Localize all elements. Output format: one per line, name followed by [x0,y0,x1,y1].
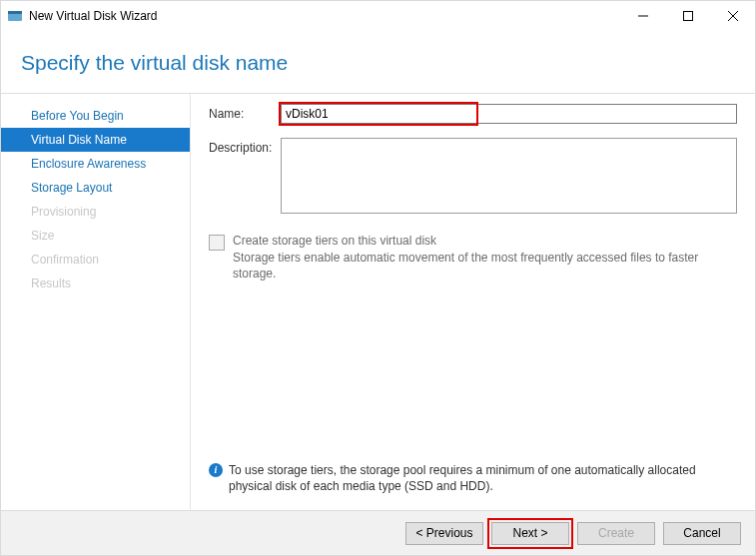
maximize-button[interactable] [665,1,710,31]
storage-tiers-checkbox[interactable] [209,235,225,251]
minimize-button[interactable] [620,1,665,31]
step-confirmation: Confirmation [1,248,190,272]
step-provisioning: Provisioning [1,200,190,224]
page-heading: Specify the virtual disk name [1,31,755,94]
storage-tiers-help: Storage tiers enable automatic movement … [233,250,737,281]
wizard-body: Before You Begin Virtual Disk Name Enclo… [1,94,755,510]
step-before-you-begin[interactable]: Before You Begin [1,104,190,128]
description-label: Description: [209,138,281,155]
cancel-button[interactable]: Cancel [663,522,741,545]
next-button[interactable]: Next > [491,522,569,545]
previous-button[interactable]: < Previous [405,522,483,545]
info-text: To use storage tiers, the storage pool r… [229,462,737,494]
svg-rect-1 [8,11,22,14]
step-size: Size [1,224,190,248]
info-note: i To use storage tiers, the storage pool… [209,462,737,502]
app-icon [7,8,23,24]
close-button[interactable] [710,1,755,31]
wizard-footer: < Previous Next > Create Cancel [1,510,755,555]
window-title: New Virtual Disk Wizard [29,9,620,23]
description-input[interactable] [281,138,737,214]
step-virtual-disk-name[interactable]: Virtual Disk Name [1,128,190,152]
step-storage-layout[interactable]: Storage Layout [1,176,190,200]
storage-tiers-label: Create storage tiers on this virtual dis… [233,234,737,248]
step-results: Results [1,272,190,295]
info-icon: i [209,463,223,477]
create-button: Create [577,522,655,545]
window-controls [620,1,755,31]
wizard-window: New Virtual Disk Wizard Specify the virt… [0,0,756,556]
name-input[interactable] [281,104,737,124]
svg-rect-3 [683,12,692,21]
titlebar: New Virtual Disk Wizard [1,1,755,31]
step-enclosure-awareness[interactable]: Enclosure Awareness [1,152,190,176]
storage-tiers-text: Create storage tiers on this virtual dis… [233,234,737,281]
steps-sidebar: Before You Begin Virtual Disk Name Enclo… [1,94,191,510]
name-label: Name: [209,104,281,121]
form-panel: Name: Description: Create storage tiers … [191,94,755,510]
